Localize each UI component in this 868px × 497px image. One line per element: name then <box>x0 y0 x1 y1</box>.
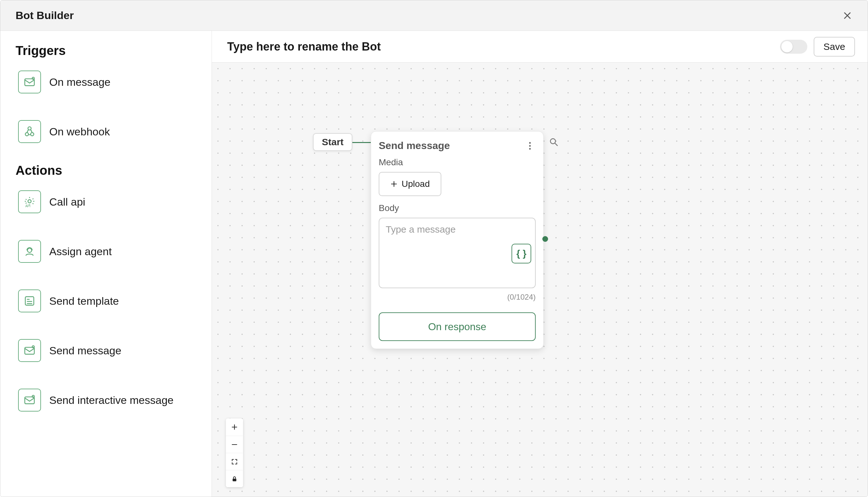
svg-point-19 <box>529 145 531 146</box>
sidebar-section-triggers: Triggers On message On webhook <box>16 44 198 148</box>
sidebar-heading-actions: Actions <box>16 164 198 178</box>
svg-point-18 <box>529 142 531 144</box>
template-icon <box>18 289 41 312</box>
webhook-icon <box>18 120 41 143</box>
fullscreen-icon <box>231 458 238 465</box>
node-send-message[interactable]: Send message Media Upload Body <box>371 131 544 349</box>
magnifier-icon <box>549 137 559 147</box>
svg-rect-14 <box>25 347 34 354</box>
sidebar: Triggers On message On webhook Actions <box>0 31 212 497</box>
braces-icon: { } <box>516 248 526 259</box>
on-response-button[interactable]: On response <box>379 312 536 341</box>
start-label: Start <box>322 137 344 147</box>
enabled-toggle[interactable] <box>780 40 807 54</box>
bot-name-input[interactable] <box>227 40 773 53</box>
body-label: Body <box>379 203 536 213</box>
svg-point-3 <box>32 77 34 80</box>
start-node[interactable]: Start <box>313 133 352 151</box>
main: Save Start Send message Media <box>212 31 868 497</box>
send-interactive-icon <box>18 389 41 412</box>
upload-button[interactable]: Upload <box>379 172 441 196</box>
node-menu-button[interactable] <box>524 140 536 152</box>
main-header: Save <box>212 31 868 62</box>
svg-text:API: API <box>25 204 30 208</box>
svg-point-5 <box>30 132 34 136</box>
body: Triggers On message On webhook Actions <box>0 31 868 497</box>
lock-canvas-button[interactable] <box>226 470 243 487</box>
save-button[interactable]: Save <box>814 37 855 57</box>
media-label: Media <box>379 157 536 168</box>
sidebar-item-send-message[interactable]: Send message <box>16 334 198 367</box>
plus-icon <box>231 424 238 430</box>
insert-variable-button[interactable]: { } <box>511 244 531 264</box>
minus-icon <box>231 441 238 448</box>
sidebar-item-call-api[interactable]: API Call api <box>16 185 198 218</box>
canvas-controls <box>226 418 243 487</box>
lock-icon <box>231 476 238 482</box>
char-count: (0/1024) <box>379 293 536 301</box>
app-window: Bot Builder Triggers On message On <box>0 0 868 497</box>
svg-point-7 <box>28 200 31 203</box>
node-inspect-button[interactable] <box>549 137 561 150</box>
svg-point-9 <box>27 248 31 252</box>
sidebar-item-label: On message <box>49 76 111 88</box>
sidebar-item-label: Assign agent <box>49 245 112 258</box>
window-title: Bot Builder <box>16 9 74 22</box>
node-output-port[interactable] <box>542 236 548 242</box>
svg-rect-16 <box>25 397 34 404</box>
sidebar-section-actions: Actions API Call api Assign agent <box>16 164 198 416</box>
upload-label: Upload <box>402 179 430 189</box>
api-gear-icon: API <box>18 190 41 213</box>
send-message-icon <box>18 339 41 362</box>
sidebar-item-label: Send template <box>49 295 119 307</box>
sidebar-item-label: Send message <box>49 344 121 357</box>
node-header: Send message <box>379 140 536 152</box>
sidebar-item-label: Call api <box>49 196 85 208</box>
body-field-wrap: { } <box>379 218 536 289</box>
sidebar-item-label: On webhook <box>49 126 110 138</box>
svg-line-24 <box>555 143 558 146</box>
canvas[interactable]: Start Send message Media Upload Body <box>212 62 868 497</box>
sidebar-item-send-template[interactable]: Send template <box>16 284 198 317</box>
svg-point-23 <box>550 139 555 144</box>
node-title: Send message <box>379 140 450 152</box>
sidebar-item-on-message[interactable]: On message <box>16 66 198 99</box>
agent-icon <box>18 240 41 263</box>
more-vertical-icon <box>529 141 531 150</box>
zoom-in-button[interactable] <box>226 418 243 436</box>
sidebar-item-assign-agent[interactable]: Assign agent <box>16 235 198 268</box>
close-button[interactable] <box>840 8 855 23</box>
toggle-knob <box>781 41 793 53</box>
sidebar-item-on-webhook[interactable]: On webhook <box>16 115 198 148</box>
mail-trigger-icon <box>18 71 41 94</box>
titlebar: Bot Builder <box>0 0 868 31</box>
svg-rect-2 <box>25 79 34 86</box>
svg-point-20 <box>529 148 531 150</box>
svg-rect-28 <box>233 479 236 481</box>
sidebar-item-send-interactive-message[interactable]: Send interactive message <box>16 384 198 416</box>
close-icon <box>843 11 852 20</box>
svg-point-15 <box>32 346 34 348</box>
svg-point-17 <box>32 395 34 398</box>
plus-icon <box>390 180 398 188</box>
zoom-out-button[interactable] <box>226 436 243 453</box>
fit-view-button[interactable] <box>226 453 243 470</box>
sidebar-item-label: Send interactive message <box>49 394 173 407</box>
svg-point-4 <box>25 132 29 136</box>
sidebar-heading-triggers: Triggers <box>16 44 198 58</box>
